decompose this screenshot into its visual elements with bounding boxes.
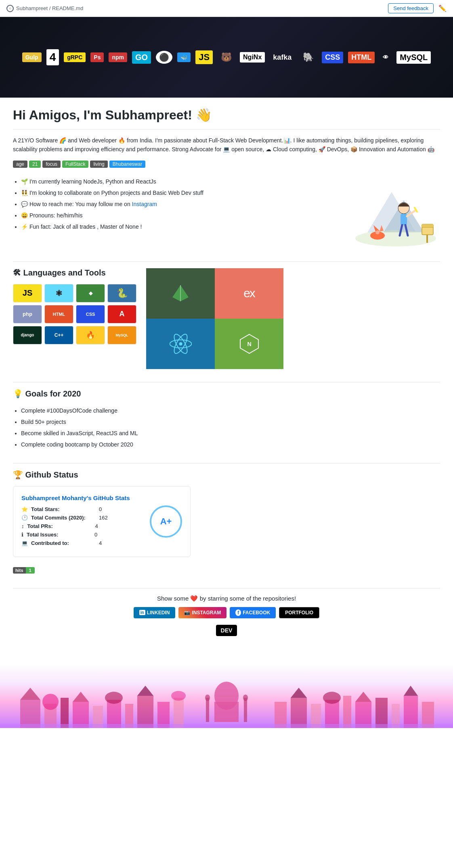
stat-icon-commits: 🕐 [21, 515, 28, 521]
stat-icon-contributed: 💻 [21, 540, 28, 546]
languages-title: 🛠 Languages and Tools [13, 268, 136, 278]
svg-point-41 [105, 692, 123, 704]
goal-4: Complete coding bootcamp by October 2020 [21, 439, 440, 450]
divider-1 [13, 129, 440, 129]
banner-docker: 🐳 [177, 52, 191, 62]
banner-grpc: gRPC [64, 52, 86, 62]
tool-python: 🐍 [107, 284, 136, 303]
stat-val-contributed: 4 [99, 540, 102, 546]
svg-point-29 [205, 695, 210, 701]
github-card-title: Subhampreet Mohanty's GitHub Stats [21, 495, 142, 501]
user-icon: ○ [6, 5, 14, 12]
info-item-2: 👯 I'm looking to collaborate on Python p… [21, 187, 343, 198]
breadcrumb: Subhampreet / README.md [16, 5, 83, 11]
instagram-icon: 📷 [184, 610, 190, 616]
svg-rect-30 [244, 698, 247, 722]
tool-js: JS [13, 284, 42, 303]
tech-mongodb [146, 268, 215, 319]
stat-val-issues: 0 [94, 532, 97, 538]
tools-section: 🛠 Languages and Tools JS ⚛ ◆ 🐍 php HTML … [13, 268, 440, 369]
social-buttons: in LINKEDIN 📷 INSTAGRAM f FACEBOOK PORTF… [13, 607, 440, 618]
tool-django: django [13, 326, 42, 344]
banner-gopher: 🐻 [218, 50, 235, 64]
svg-rect-14 [422, 224, 433, 227]
instagram-link[interactable]: Instagram [132, 201, 157, 207]
tools-left: 🛠 Languages and Tools JS ⚛ ◆ 🐍 php HTML … [13, 268, 136, 369]
stat-icon-prs: ↕ [21, 523, 24, 529]
tool-php: php [13, 305, 42, 323]
banner-html5: HTML [348, 52, 375, 63]
goal-1: Complete #100DaysOfCode challenge [21, 405, 440, 416]
stat-label-issues: Total Issues: [27, 532, 91, 538]
stat-icon-stars: ⭐ [21, 506, 28, 512]
banner-github: ⚫ [156, 51, 172, 64]
dev-badge-text: DEV [221, 627, 233, 634]
linkedin-icon: in [139, 610, 145, 615]
banner-js: JS [195, 50, 213, 64]
svg-rect-40 [107, 700, 121, 728]
info-item-5: ⚡ Fun fact: Jack of all trades , Master … [21, 221, 343, 232]
info-section: 🌱 I'm currently learning NodeJs, Python … [13, 176, 440, 248]
svg-text:N: N [247, 341, 251, 347]
tool-css: CSS [76, 305, 105, 323]
svg-rect-32 [20, 700, 40, 728]
stat-row-commits: 🕐 Total Commits (2020): 162 [21, 515, 142, 521]
github-grade: A+ [160, 516, 172, 527]
svg-point-53 [323, 692, 341, 704]
svg-rect-27 [214, 702, 239, 722]
github-status-section: 🏆 Github Status Subhampreet Mohanty's Gi… [13, 470, 440, 557]
goals-section: 💡 Goals for 2020 Complete #100DaysOfCode… [13, 389, 440, 450]
facebook-button[interactable]: f FACEBOOK [230, 607, 276, 618]
instagram-button[interactable]: 📷 INSTAGRAM [178, 607, 226, 618]
svg-point-47 [171, 691, 186, 701]
linkedin-button[interactable]: in LINKEDIN [134, 607, 176, 618]
tool-firebase: 🔥 [76, 326, 105, 344]
main-content: Hi Amigos, I'm Subhampreet! 👋 A 21Y/O So… [0, 98, 453, 664]
goal-3: Become skilled in JavaScript, ReactJS an… [21, 428, 440, 439]
stat-label-prs: Total PRs: [27, 523, 92, 529]
svg-rect-46 [174, 698, 184, 728]
svg-point-35 [42, 694, 59, 710]
svg-rect-49 [291, 698, 307, 728]
tech-express: ex [215, 268, 283, 319]
tech-nodejs: N [215, 319, 283, 369]
github-card-left: Subhampreet Mohanty's GitHub Stats ⭐ Tot… [21, 495, 142, 549]
focus-badge-value: FullStack [62, 161, 88, 168]
breadcrumb-area: ○ Subhampreet / README.md [6, 5, 83, 12]
footer-text: Show some ❤️ by starring some of the rep… [13, 595, 440, 602]
tool-cpp: C++ [44, 326, 73, 344]
linkedin-label: LINKEDIN [147, 610, 170, 616]
stat-label-stars: Total Stars: [31, 506, 96, 512]
living-badge-value: Bhubaneswar [109, 161, 145, 168]
edit-icon[interactable]: ✏️ [438, 4, 447, 12]
stat-val-stars: 0 [99, 506, 102, 512]
intro-text: A 21Y/O Software 🌈 and Web developer 🔥 f… [13, 136, 440, 154]
city-skyline [0, 664, 453, 728]
dev-badge: DEV [216, 625, 237, 636]
tool-mysql: MySQL [107, 326, 136, 344]
banner-eye: 👁 [380, 52, 392, 62]
svg-rect-43 [137, 696, 153, 728]
info-item-3: 💬 How to reach me: You may follow me on … [21, 198, 343, 210]
info-item-4: 😄 Pronouns: he/him/his [21, 210, 343, 221]
banner-content: Gulp 4 gRPC Ps npm GO ⚫ 🐳 JS 🐻 NgiNx kaf… [14, 44, 439, 70]
divider-2 [13, 261, 440, 262]
topbar: ○ Subhampreet / README.md Send feedback … [0, 0, 453, 17]
banner-kafka: kafka [270, 52, 295, 63]
svg-rect-54 [343, 696, 351, 728]
portfolio-button[interactable]: PORTFOLIO [279, 607, 319, 618]
tool-react: ⚛ [44, 284, 73, 303]
facebook-icon: f [235, 609, 241, 616]
tools-grid: JS ⚛ ◆ 🐍 php HTML CSS A django C++ 🔥 MyS… [13, 284, 136, 344]
tool-html: HTML [44, 305, 73, 323]
tech-banner: Gulp 4 gRPC Ps npm GO ⚫ 🐳 JS 🐻 NgiNx kaf… [0, 17, 453, 98]
focus-badge-label: focus [42, 161, 61, 168]
living-badge-label: living [90, 161, 107, 168]
divider-4 [13, 463, 440, 463]
svg-rect-52 [325, 700, 339, 728]
facebook-label: FACEBOOK [243, 610, 270, 616]
stat-label-commits: Total Commits (2020): [31, 515, 96, 521]
tool-node: ◆ [76, 284, 105, 303]
feedback-button[interactable]: Send feedback [388, 3, 434, 13]
svg-point-31 [243, 695, 248, 701]
